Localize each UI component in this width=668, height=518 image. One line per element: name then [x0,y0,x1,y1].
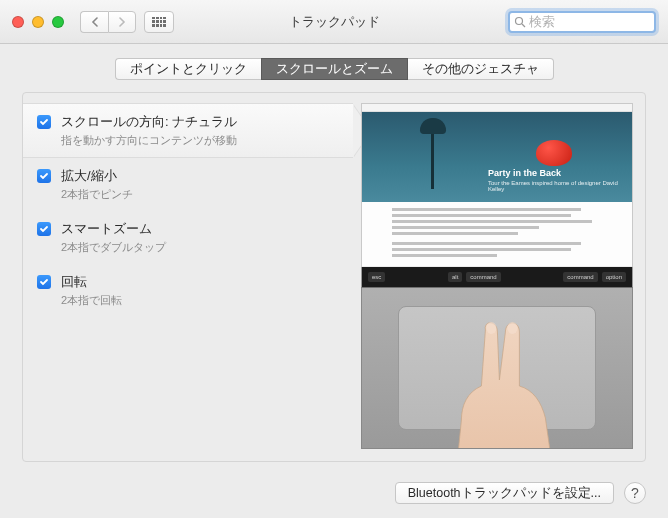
option-title: 拡大/縮小 [61,167,133,185]
bluetooth-setup-button[interactable]: Bluetoothトラックパッドを設定... [395,482,614,504]
svg-point-0 [516,17,523,24]
tab-bar: ポイントとクリック スクロールとズーム その他のジェスチャ [22,58,646,80]
titlebar: トラックパッド [0,0,668,44]
preview-hero: Party in the Back Tour the Eames inspire… [362,112,632,202]
option-smart-zoom[interactable]: スマートズーム 2本指でダブルタップ [23,211,353,264]
tb-key: command [563,272,597,282]
option-rotate[interactable]: 回転 2本指で回転 [23,264,353,317]
lamp-graphic [420,118,460,188]
show-all-button[interactable] [144,11,174,33]
close-icon[interactable] [12,16,24,28]
nav-buttons [80,11,136,33]
hero-text: Party in the Back Tour the Eames inspire… [488,168,618,192]
option-subtitle: 2本指でピンチ [61,187,133,202]
tb-key: option [602,272,626,282]
footer-bar: Bluetoothトラックパッドを設定... ? [395,482,646,504]
forward-button[interactable] [108,11,136,33]
zoom-icon[interactable] [52,16,64,28]
hero-subtitle: Tour the Eames inspired home of designer… [488,180,618,192]
tab-scroll-zoom[interactable]: スクロールとズーム [261,58,408,80]
hand-graphic [423,310,583,449]
minimize-icon[interactable] [32,16,44,28]
hero-title: Party in the Back [488,168,618,178]
option-text: 回転 2本指で回転 [61,273,122,308]
option-zoom[interactable]: 拡大/縮小 2本指でピンチ [23,158,353,211]
checkbox-scroll-direction[interactable] [37,115,51,129]
preview-screen: Party in the Back Tour the Eames inspire… [361,103,633,267]
cushion-graphic [536,140,572,166]
options-list: スクロールの方向: ナチュラル 指を動かす方向にコンテンツが移動 拡大/縮小 2… [23,93,353,461]
option-title: スマートズーム [61,220,166,238]
tb-key: command [466,272,500,282]
preview-dock [362,266,632,267]
option-text: スマートズーム 2本指でダブルタップ [61,220,166,255]
help-button[interactable]: ? [624,482,646,504]
checkbox-zoom[interactable] [37,169,51,183]
preview-menubar [362,104,632,112]
grid-icon [152,17,166,27]
svg-line-1 [522,24,525,27]
tb-key: esc [368,272,385,282]
search-input[interactable] [529,15,650,29]
window-controls [12,16,64,28]
option-text: 拡大/縮小 2本指でピンチ [61,167,133,202]
tab-more-gestures[interactable]: その他のジェスチャ [408,58,554,80]
settings-panel: スクロールの方向: ナチュラル 指を動かす方向にコンテンツが移動 拡大/縮小 2… [22,92,646,462]
gesture-preview: Party in the Back Tour the Eames inspire… [353,93,645,461]
option-title: 回転 [61,273,122,291]
svg-point-3 [507,322,517,334]
option-subtitle: 2本指で回転 [61,293,122,308]
option-scroll-direction[interactable]: スクロールの方向: ナチュラル 指を動かす方向にコンテンツが移動 [23,103,353,158]
back-button[interactable] [80,11,108,33]
tab-point-click[interactable]: ポイントとクリック [115,58,261,80]
option-subtitle: 2本指でダブルタップ [61,240,166,255]
preview-trackpad [361,287,633,449]
option-text: スクロールの方向: ナチュラル 指を動かす方向にコンテンツが移動 [61,113,237,148]
checkbox-rotate[interactable] [37,275,51,289]
search-icon [514,16,526,28]
option-subtitle: 指を動かす方向にコンテンツが移動 [61,133,237,148]
preview-article [362,202,632,266]
checkbox-smart-zoom[interactable] [37,222,51,236]
option-title: スクロールの方向: ナチュラル [61,113,237,131]
search-field[interactable] [508,11,656,33]
tb-key: alt [448,272,462,282]
svg-point-2 [486,322,496,334]
preview-touchbar: esc alt command command option [361,267,633,287]
content-area: ポイントとクリック スクロールとズーム その他のジェスチャ スクロールの方向: … [0,44,668,518]
